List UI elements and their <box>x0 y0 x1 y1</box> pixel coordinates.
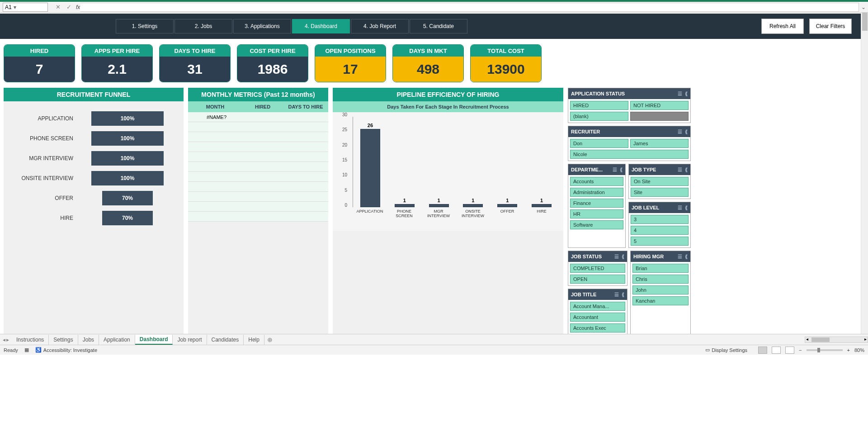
slicer-item[interactable]: Nicole <box>570 150 689 159</box>
kpi-card: TOTAL COST13900 <box>470 44 542 82</box>
kpi-value: 2.1 <box>82 57 152 82</box>
nav-tab[interactable]: 3. Applications <box>233 19 291 33</box>
slicer-item[interactable]: Don <box>570 139 628 148</box>
slicer-department[interactable]: DEPARTME...☰⟪ AccountsAdministrationFina… <box>568 164 626 248</box>
cancel-formula-icon[interactable]: ✕ <box>52 4 63 10</box>
accessibility-icon: ♿ <box>35 347 42 353</box>
scrollbar-thumb[interactable] <box>811 337 830 342</box>
formula-expand-icon[interactable]: ⌄ <box>859 4 868 10</box>
slicer-item[interactable]: John <box>632 285 689 294</box>
slicer-clear-icon[interactable]: ⟪ <box>622 292 624 298</box>
sheet-nav-arrows[interactable]: ◂▸ <box>0 337 12 343</box>
slicer-hiring-mgr[interactable]: HIRING MGR☰⟪ BrianChrisJohnKanchan <box>630 251 691 334</box>
chart-x-label: HIRE <box>528 209 555 218</box>
kpi-card: HIRED7 <box>4 44 75 82</box>
funnel-bar: 70% <box>102 191 153 205</box>
slicer-recruiter[interactable]: RECRUITER☰⟪ DonJamesNicole <box>568 126 691 161</box>
slicer-job-status[interactable]: JOB STATUS☰⟪ COMPLETEDOPEN <box>568 251 627 286</box>
slicer-multiselect-icon[interactable]: ☰ <box>614 254 619 260</box>
nav-tab[interactable]: 4. Job Report <box>351 19 409 33</box>
slicer-item[interactable]: Accountant <box>570 313 625 322</box>
slicer-item[interactable]: NOT HIRED <box>630 101 689 110</box>
zoom-slider[interactable] <box>807 349 843 351</box>
slicer-item[interactable] <box>630 112 689 121</box>
nav-tab[interactable]: 4. Dashboard <box>292 19 350 33</box>
slicer-job-type[interactable]: JOB TYPE☰⟪ On SiteSite <box>628 164 691 199</box>
funnel-row: OFFER70% <box>4 188 184 208</box>
name-box-dropdown-icon[interactable]: ▾ <box>12 4 18 10</box>
sheet-tab[interactable]: Dashboard <box>135 335 173 345</box>
zoom-out-button[interactable]: − <box>799 347 802 353</box>
refresh-all-button[interactable]: Refresh All <box>761 19 804 34</box>
sheet-tab[interactable]: Instructions <box>12 335 49 345</box>
slicer-multiselect-icon[interactable]: ☰ <box>678 91 682 97</box>
slicer-application-status[interactable]: APPLICATION STATUS☰⟪ HIREDNOT HIRED(blan… <box>568 88 691 123</box>
page-layout-view-button[interactable] <box>772 347 781 354</box>
normal-view-button[interactable] <box>758 347 767 354</box>
slicer-item[interactable]: HR <box>570 209 623 218</box>
sheet-tab[interactable]: Application <box>99 335 135 345</box>
nav-tab[interactable]: 5. Candidate <box>410 19 467 33</box>
nav-tab[interactable]: 1. Settings <box>116 19 174 33</box>
clear-filters-button[interactable]: Clear Filters <box>809 19 852 34</box>
slicer-item[interactable]: Software <box>570 220 623 229</box>
slicer-item[interactable]: 4 <box>631 226 689 235</box>
funnel-stage-label: ONSITE INTERVIEW <box>10 175 78 181</box>
funnel-row: ONSITE INTERVIEW100% <box>4 168 184 188</box>
zoom-in-button[interactable]: + <box>847 347 850 353</box>
slicer-item[interactable]: On Site <box>631 177 689 186</box>
funnel-stage-label: MGR INTERVIEW <box>10 155 78 162</box>
slicer-multiselect-icon[interactable]: ☰ <box>614 292 619 298</box>
add-sheet-button[interactable]: ⊕ <box>264 336 275 343</box>
scrollbar-thumb[interactable] <box>862 13 868 31</box>
slicer-item[interactable]: HIRED <box>570 101 628 110</box>
slicer-clear-icon[interactable]: ⟪ <box>685 91 688 97</box>
slicer-multiselect-icon[interactable]: ☰ <box>678 129 682 135</box>
name-box[interactable]: A1 ▾ <box>3 3 48 12</box>
accept-formula-icon[interactable]: ✓ <box>63 4 74 10</box>
slicer-clear-icon[interactable]: ⟪ <box>620 167 623 173</box>
zoom-level[interactable]: 80% <box>854 347 864 353</box>
slicer-multiselect-icon[interactable]: ☰ <box>613 167 617 173</box>
nav-tab[interactable]: 2. Jobs <box>175 19 232 33</box>
horizontal-scrollbar[interactable]: ◂ ▸ <box>805 337 868 343</box>
page-break-view-button[interactable] <box>785 347 794 354</box>
slicer-item[interactable]: Kanchan <box>632 296 689 305</box>
sheet-tab[interactable]: Settings <box>49 335 78 345</box>
slicer-item[interactable]: Finance <box>570 199 623 208</box>
slicer-clear-icon[interactable]: ⟪ <box>622 254 624 260</box>
kpi-card: DAYS IN MKT498 <box>392 44 464 82</box>
slicer-item[interactable]: James <box>630 139 689 148</box>
slicer-clear-icon[interactable]: ⟪ <box>685 254 688 260</box>
sheet-tab[interactable]: Candidates <box>207 335 244 345</box>
slicer-multiselect-icon[interactable]: ☰ <box>678 205 682 211</box>
slicer-clear-icon[interactable]: ⟪ <box>685 205 688 211</box>
accessibility-status[interactable]: ♿ Accessibility: Investigate <box>35 347 97 353</box>
vertical-scrollbar[interactable] <box>861 13 868 334</box>
sheet-tab[interactable]: Jobs <box>78 335 99 345</box>
macro-record-icon[interactable]: ▦ <box>24 347 29 353</box>
slicer-item[interactable]: Administration <box>570 188 623 197</box>
slicer-item[interactable]: Chris <box>632 275 689 284</box>
slicer-item[interactable]: 3 <box>631 215 689 224</box>
formula-input[interactable] <box>80 3 859 12</box>
sheet-tab[interactable]: Help <box>244 335 264 345</box>
slicer-job-title[interactable]: JOB TITLE☰⟪ Account Mana...AccountantAcc… <box>568 289 627 334</box>
slicer-item[interactable]: Account Mana... <box>570 302 625 311</box>
display-settings[interactable]: ▭ Display Settings <box>705 347 747 353</box>
slicer-item[interactable]: COMPLETED <box>570 264 625 273</box>
slicer-job-level[interactable]: JOB LEVEL☰⟪ 345 <box>628 202 691 248</box>
slicer-multiselect-icon[interactable]: ☰ <box>678 254 682 260</box>
fx-icon[interactable]: fx <box>76 4 80 10</box>
slicer-item[interactable]: OPEN <box>570 275 625 284</box>
slicer-item[interactable]: Site <box>631 188 689 197</box>
slicer-item[interactable]: Accounts <box>570 177 623 186</box>
slicer-clear-icon[interactable]: ⟪ <box>685 129 688 135</box>
slicer-clear-icon[interactable]: ⟪ <box>685 167 688 173</box>
slicer-item[interactable]: 5 <box>631 237 689 246</box>
sheet-tab[interactable]: Job report <box>173 335 207 345</box>
slicer-item[interactable]: (blank) <box>570 112 628 121</box>
slicer-item[interactable]: Brian <box>632 264 689 273</box>
slicer-item[interactable]: Accounts Exec <box>570 323 625 332</box>
slicer-multiselect-icon[interactable]: ☰ <box>678 167 682 173</box>
